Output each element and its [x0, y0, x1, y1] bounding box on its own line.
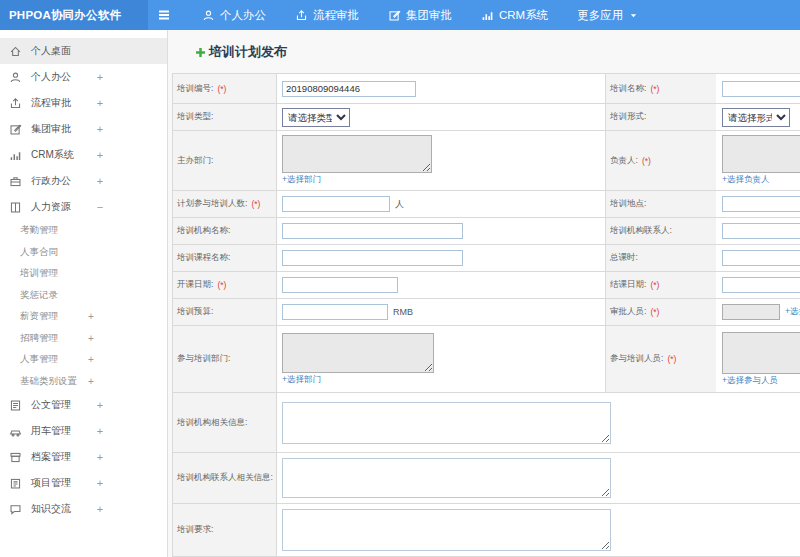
chart-icon — [9, 149, 22, 162]
user-icon — [9, 71, 22, 84]
share-icon — [295, 9, 308, 22]
add-icon — [195, 47, 206, 58]
training-place-input[interactable] — [722, 196, 800, 212]
select-join-dept-link[interactable]: +选择部门 — [282, 374, 321, 386]
form-row: 培训机构名称: 培训机构联系人: — [173, 218, 800, 245]
training-org-input[interactable] — [282, 223, 463, 239]
top-nav: 个人办公 流程审批 集团审批 CRM系统 更多应用 — [202, 8, 668, 23]
chat-icon — [9, 503, 22, 516]
form-row: 培训编号:(*) 培训名称:(*) — [173, 74, 800, 104]
sidebar-item-knowledge[interactable]: 知识交流 + — [0, 496, 167, 522]
org-info-textarea[interactable] — [282, 402, 611, 444]
sidebar-item-personal-office[interactable]: 个人办公 + — [0, 64, 167, 90]
expand-icon[interactable]: + — [93, 399, 107, 411]
field-label: 培训机构联系人: — [610, 225, 672, 237]
field-label: 培训编号: — [177, 83, 213, 95]
end-date-input[interactable] — [722, 277, 800, 293]
nav-workflow-approval[interactable]: 流程审批 — [295, 8, 359, 23]
join-people-textarea[interactable] — [722, 332, 800, 374]
expand-icon[interactable]: + — [93, 175, 107, 187]
expand-icon[interactable]: + — [93, 425, 107, 437]
field-label: 培训机构相关信息: — [177, 417, 247, 429]
expand-icon[interactable]: + — [84, 354, 98, 365]
home-icon — [9, 45, 22, 58]
org-contact-info-textarea[interactable] — [282, 458, 611, 498]
start-date-input[interactable] — [282, 277, 398, 293]
sidebar-item-archives[interactable]: 档案管理 + — [0, 444, 167, 470]
field-label: 培训类型: — [177, 111, 213, 123]
sidebar-item-crm-system[interactable]: CRM系统 + — [0, 142, 167, 168]
sidebar-item-vehicle[interactable]: 用车管理 + — [0, 418, 167, 444]
expand-icon[interactable]: + — [93, 451, 107, 463]
sidebar-item-official-doc[interactable]: 公文管理 + — [0, 392, 167, 418]
field-label: 培训要求: — [177, 524, 213, 536]
sidebar-subitem-hr-contract[interactable]: 人事合同 — [0, 242, 167, 264]
sidebar-subitem-personnel[interactable]: 人事管理 + — [0, 349, 167, 371]
edit-icon — [388, 9, 401, 22]
training-mode-select[interactable]: 请选择形式 — [722, 108, 790, 127]
expand-icon[interactable]: + — [93, 149, 107, 161]
field-label: 负责人: — [610, 155, 638, 167]
select-dept-link[interactable]: +选择部门 — [282, 174, 321, 186]
training-no-input[interactable] — [282, 81, 416, 97]
form-row: 培训要求: — [173, 504, 800, 557]
app-logo: PHPOA协同办公软件 — [0, 0, 148, 30]
sidebar-subitem-base-category[interactable]: 基础类别设置 + — [0, 371, 167, 393]
expand-icon[interactable]: + — [93, 477, 107, 489]
topbar: PHPOA协同办公软件 个人办公 流程审批 集团审批 CRM系统 更多应用 — [0, 0, 800, 30]
leader-textarea[interactable] — [722, 135, 800, 173]
sidebar-item-group-approval[interactable]: 集团审批 + — [0, 116, 167, 142]
sidebar-subitem-training-management[interactable]: 培训管理 — [0, 263, 167, 285]
field-label: 培训预算: — [177, 306, 213, 318]
nav-more-apps[interactable]: 更多应用 — [577, 8, 639, 23]
expand-icon[interactable]: + — [84, 311, 98, 322]
select-leader-link[interactable]: +选择负责人 — [722, 174, 769, 186]
expand-icon[interactable]: + — [93, 123, 107, 135]
sidebar-subitem-recruitment[interactable]: 招聘管理 + — [0, 328, 167, 350]
expand-icon[interactable]: + — [93, 97, 107, 109]
org-contact-input[interactable] — [722, 223, 800, 239]
archive-icon — [9, 451, 22, 464]
select-approver-link[interactable]: +选择审批人员 — [785, 306, 800, 318]
expand-icon[interactable]: + — [93, 71, 107, 83]
sidebar-item-admin-office[interactable]: 行政办公 + — [0, 168, 167, 194]
sidebar-subitem-reward-punishment[interactable]: 奖惩记录 — [0, 285, 167, 307]
nav-group-approval[interactable]: 集团审批 — [388, 8, 452, 23]
host-dept-textarea[interactable] — [282, 135, 432, 173]
form-row: 培训类型: 请选择类型 培训形式: 请选择形式 — [173, 104, 800, 131]
expand-icon[interactable]: + — [93, 503, 107, 515]
sidebar-item-human-resources[interactable]: 人力资源 − — [0, 194, 167, 220]
main-content: 培训计划发布 培训编号:(*) 培训名称:(*) 培训类型: 请选择类型 培训形… — [168, 30, 800, 557]
training-type-select[interactable]: 请选择类型 — [282, 108, 350, 127]
form-row: 培训预算: RMB 审批人员:(*) +选择审批人员 — [173, 299, 800, 326]
requirement-textarea[interactable] — [282, 509, 611, 551]
nav-personal-office[interactable]: 个人办公 — [202, 8, 266, 23]
car-icon — [9, 425, 22, 438]
user-icon — [202, 9, 215, 22]
briefcase-icon — [9, 175, 22, 188]
select-join-people-link[interactable]: +选择参与人员 — [722, 375, 778, 387]
approver-input[interactable] — [722, 304, 780, 320]
sidebar-item-project[interactable]: 项目管理 + — [0, 470, 167, 496]
sidebar-item-workflow-approval[interactable]: 流程审批 + — [0, 90, 167, 116]
sidebar-subitem-salary-management[interactable]: 薪资管理 + — [0, 306, 167, 328]
nav-crm-system[interactable]: CRM系统 — [481, 8, 548, 23]
budget-input[interactable] — [282, 304, 388, 320]
sidebar-item-personal-desktop[interactable]: 个人桌面 — [0, 38, 167, 64]
course-name-input[interactable] — [282, 250, 463, 266]
join-dept-textarea[interactable] — [282, 333, 434, 373]
field-label: 培训机构名称: — [177, 225, 230, 237]
hamburger-menu-icon[interactable] — [156, 7, 172, 23]
training-name-input[interactable] — [722, 81, 800, 97]
collapse-icon[interactable]: − — [93, 201, 107, 213]
total-hours-input[interactable] — [722, 250, 800, 266]
expand-icon[interactable]: + — [84, 333, 98, 344]
sidebar-subitem-attendance[interactable]: 考勤管理 — [0, 220, 167, 242]
trainee-count-input[interactable] — [282, 196, 390, 212]
doc-icon — [9, 399, 22, 412]
field-label: 培训机构联系人相关信息: — [177, 472, 273, 484]
page-title: 培训计划发布 — [195, 43, 800, 61]
expand-icon[interactable]: + — [84, 376, 98, 387]
field-label: 审批人员: — [610, 306, 646, 318]
chart-icon — [481, 9, 494, 22]
